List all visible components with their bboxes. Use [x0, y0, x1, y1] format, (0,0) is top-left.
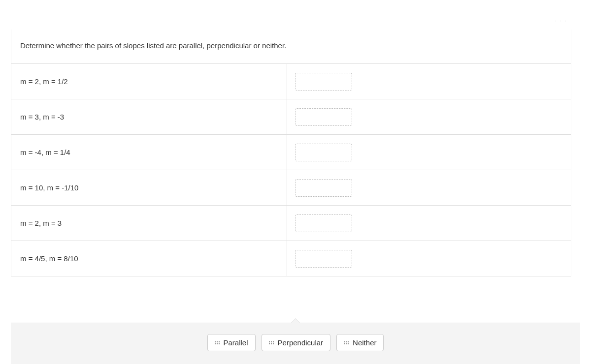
tile-label: Neither: [353, 338, 376, 347]
tile-label: Parallel: [224, 338, 248, 347]
answer-tile-perpendicular[interactable]: Perpendicular: [262, 334, 331, 351]
drop-target[interactable]: [295, 214, 352, 232]
drop-target[interactable]: [295, 250, 352, 268]
drag-handle-icon: [344, 341, 349, 344]
drop-target[interactable]: [295, 144, 352, 161]
drop-target[interactable]: [295, 179, 352, 197]
row-label: m = 2, m = 1/2: [11, 64, 287, 99]
page: · · · Determine whether the pairs of slo…: [0, 0, 591, 364]
match-row: m = 10, m = -1/10: [11, 170, 571, 206]
answer-tray-wrap: Parallel Perpendicular Neither: [0, 323, 591, 364]
row-drop-cell: [287, 64, 571, 99]
row-label: m = -4, m = 1/4: [11, 135, 287, 170]
row-label: m = 10, m = -1/10: [11, 170, 287, 205]
answer-tile-parallel[interactable]: Parallel: [207, 334, 256, 351]
drag-handle-icon: [269, 341, 274, 344]
match-row: m = 4/5, m = 8/10: [11, 241, 571, 276]
answer-tray: Parallel Perpendicular Neither: [11, 323, 580, 364]
row-drop-cell: [287, 241, 571, 276]
match-row: m = -4, m = 1/4: [11, 135, 571, 170]
row-drop-cell: [287, 170, 571, 205]
drop-target[interactable]: [295, 108, 352, 126]
tray-caret-icon: [291, 319, 300, 323]
row-drop-cell: [287, 99, 571, 134]
decorative-dots: · · ·: [555, 18, 567, 24]
question-sheet: Determine whether the pairs of slopes li…: [11, 30, 571, 276]
drop-target[interactable]: [295, 73, 352, 91]
row-drop-cell: [287, 206, 571, 241]
match-row: m = 3, m = -3: [11, 99, 571, 135]
match-row: m = 2, m = 1/2: [11, 64, 571, 99]
tile-label: Perpendicular: [278, 338, 324, 347]
answer-tile-neither[interactable]: Neither: [336, 334, 384, 351]
question-prompt: Determine whether the pairs of slopes li…: [11, 30, 571, 63]
row-label: m = 2, m = 3: [11, 206, 287, 241]
drag-handle-icon: [215, 341, 220, 344]
row-drop-cell: [287, 135, 571, 170]
match-row: m = 2, m = 3: [11, 206, 571, 241]
match-rows: m = 2, m = 1/2 m = 3, m = -3 m = -4, m =…: [11, 63, 571, 276]
row-label: m = 3, m = -3: [11, 99, 287, 134]
row-label: m = 4/5, m = 8/10: [11, 241, 287, 276]
